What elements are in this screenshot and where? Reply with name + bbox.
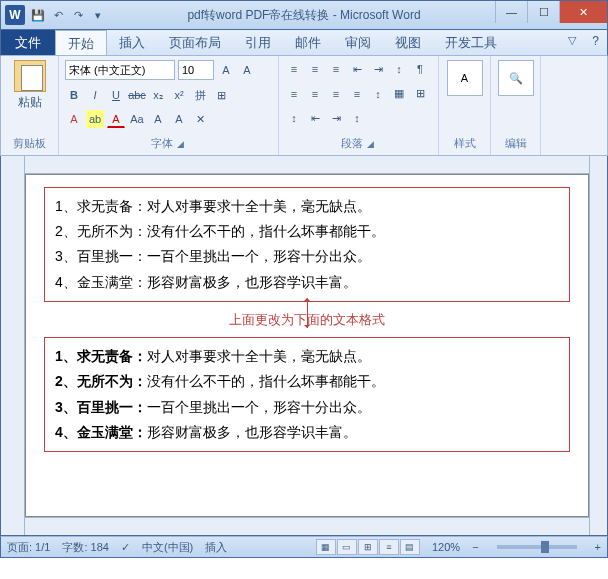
sort-button[interactable]: ↕: [390, 60, 408, 78]
italic-button[interactable]: I: [86, 86, 104, 104]
superscript-button[interactable]: x²: [170, 86, 188, 104]
redo-button[interactable]: ↷: [69, 6, 87, 24]
para-label: 段落 ◢: [285, 136, 432, 151]
highlight-button[interactable]: ab: [86, 110, 104, 128]
group-clipboard: 粘贴 剪贴板: [1, 56, 59, 155]
undo-button[interactable]: ↶: [49, 6, 67, 24]
zoom-slider[interactable]: [497, 545, 577, 549]
find-button[interactable]: 🔍: [498, 60, 534, 96]
save-button[interactable]: 💾: [29, 6, 47, 24]
tab-review[interactable]: 审阅: [333, 30, 383, 55]
language-status[interactable]: 中文(中国): [142, 540, 193, 555]
list-item: 2、无所不为：没有什么不干的，指什么坏事都能干。: [55, 369, 559, 394]
tab-layout[interactable]: 页面布局: [157, 30, 233, 55]
font-size-select[interactable]: [178, 60, 214, 80]
tab-home[interactable]: 开始: [55, 30, 107, 55]
word-count[interactable]: 字数: 184: [62, 540, 108, 555]
indent-button[interactable]: ⇥: [369, 60, 387, 78]
app-icon[interactable]: W: [5, 5, 25, 25]
maximize-button[interactable]: ☐: [527, 1, 559, 23]
minimize-ribbon-button[interactable]: ▽: [560, 30, 584, 55]
insert-mode[interactable]: 插入: [205, 540, 227, 555]
tab-mail[interactable]: 邮件: [283, 30, 333, 55]
underline-button[interactable]: U: [107, 86, 125, 104]
tab-reference[interactable]: 引用: [233, 30, 283, 55]
view-buttons: ▦ ▭ ⊞ ≡ ▤: [316, 539, 420, 555]
clear-format-button[interactable]: ✕: [191, 110, 209, 128]
align-left-button[interactable]: ≡: [285, 85, 303, 103]
change-case-button[interactable]: Aa: [128, 110, 146, 128]
dedent2-button[interactable]: ⇤: [306, 109, 324, 127]
web-view[interactable]: ⊞: [358, 539, 378, 555]
document-area: 1、求无责备：对人对事要求十全十美，毫无缺点。2、无所不为：没有什么不干的，指什…: [0, 156, 608, 536]
help-button[interactable]: ?: [584, 30, 607, 55]
line-spacing-button[interactable]: ↕: [369, 85, 387, 103]
zoom-out-button[interactable]: −: [472, 541, 478, 553]
phonetic-button[interactable]: 拼: [191, 86, 209, 104]
outline-view[interactable]: ≡: [379, 539, 399, 555]
vertical-scrollbar[interactable]: [589, 156, 607, 535]
font-dialog-launcher[interactable]: ◢: [177, 139, 184, 149]
indent2-button[interactable]: ⇥: [327, 109, 345, 127]
bold-button[interactable]: B: [65, 86, 83, 104]
shading-button[interactable]: ▦: [390, 85, 408, 103]
grow-font-button[interactable]: A: [217, 61, 235, 79]
annotation-text: 上面更改为下面的文本格式: [44, 308, 570, 331]
vertical-ruler[interactable]: [1, 156, 25, 535]
list-item: 1、求无责备：对人对事要求十全十美，毫无缺点。: [55, 344, 559, 369]
zoom-thumb[interactable]: [541, 541, 549, 553]
dedent-button[interactable]: ⇤: [348, 60, 366, 78]
strike-button[interactable]: abc: [128, 86, 146, 104]
numbering-button[interactable]: ≡: [306, 60, 324, 78]
styles-button[interactable]: A: [447, 60, 483, 96]
tab-dev[interactable]: 开发工具: [433, 30, 509, 55]
qat-dropdown[interactable]: ▾: [89, 6, 107, 24]
group-font: A A B I U abc x₂ x² 拼 ⊞ A ab A Aa A A ✕ …: [59, 56, 279, 155]
styles-label: 样式: [445, 136, 484, 151]
arrow-icon: [307, 298, 308, 328]
print-layout-view[interactable]: ▦: [316, 539, 336, 555]
list-item: 4、金玉满堂：形容财富极多，也形容学识丰富。: [55, 420, 559, 445]
group-editing: 🔍 编辑: [491, 56, 541, 155]
zoom-level[interactable]: 120%: [432, 541, 460, 553]
align-center-button[interactable]: ≡: [306, 85, 324, 103]
page-status[interactable]: 页面: 1/1: [7, 540, 50, 555]
sort2-button[interactable]: ↕: [285, 109, 303, 127]
shrink-font2-button[interactable]: A: [170, 110, 188, 128]
text-block-2: 1、求无责备：对人对事要求十全十美，毫无缺点。2、无所不为：没有什么不干的，指什…: [44, 337, 570, 452]
spell-check-icon[interactable]: ✓: [121, 541, 130, 554]
horizontal-scrollbar[interactable]: [25, 517, 589, 535]
quick-access-toolbar: 💾 ↶ ↷ ▾: [29, 6, 107, 24]
minimize-button[interactable]: —: [495, 1, 527, 23]
grow-font2-button[interactable]: A: [149, 110, 167, 128]
list-item: 3、百里挑一：一百个里挑出一个，形容十分出众。: [55, 244, 559, 269]
font-name-select[interactable]: [65, 60, 175, 80]
group-paragraph: ≡ ≡ ≡ ⇤ ⇥ ↕ ¶ ≡ ≡ ≡ ≡ ↕ ▦ ⊞ ↕ ⇤ ⇥ ↕ 段落 ◢: [279, 56, 439, 155]
marks-button[interactable]: ¶: [411, 60, 429, 78]
paste-button[interactable]: 粘贴: [7, 60, 52, 111]
tab-file[interactable]: 文件: [1, 30, 55, 55]
tab-view[interactable]: 视图: [383, 30, 433, 55]
justify-button[interactable]: ≡: [348, 85, 366, 103]
bullets-button[interactable]: ≡: [285, 60, 303, 78]
font-color-button[interactable]: A: [107, 110, 125, 128]
shrink-font-button[interactable]: A: [238, 61, 256, 79]
align-right-button[interactable]: ≡: [327, 85, 345, 103]
fullscreen-view[interactable]: ▭: [337, 539, 357, 555]
draft-view[interactable]: ▤: [400, 539, 420, 555]
window-title: pdf转word PDF帝在线转换 - Microsoft Word: [187, 7, 420, 24]
multilevel-button[interactable]: ≡: [327, 60, 345, 78]
horizontal-ruler[interactable]: [25, 156, 589, 174]
spacing2-button[interactable]: ↕: [348, 109, 366, 127]
para-dialog-launcher[interactable]: ◢: [367, 139, 374, 149]
text-effects-button[interactable]: A: [65, 110, 83, 128]
close-button[interactable]: ✕: [559, 1, 607, 23]
subscript-button[interactable]: x₂: [149, 86, 167, 104]
zoom-in-button[interactable]: +: [595, 541, 601, 553]
paste-label: 粘贴: [18, 94, 42, 111]
document-page[interactable]: 1、求无责备：对人对事要求十全十美，毫无缺点。2、无所不为：没有什么不干的，指什…: [25, 174, 589, 517]
tab-insert[interactable]: 插入: [107, 30, 157, 55]
borders-button[interactable]: ⊞: [411, 85, 429, 103]
ribbon: 粘贴 剪贴板 A A B I U abc x₂ x² 拼 ⊞ A ab A Aa…: [0, 56, 608, 156]
char-border-button[interactable]: ⊞: [212, 86, 230, 104]
